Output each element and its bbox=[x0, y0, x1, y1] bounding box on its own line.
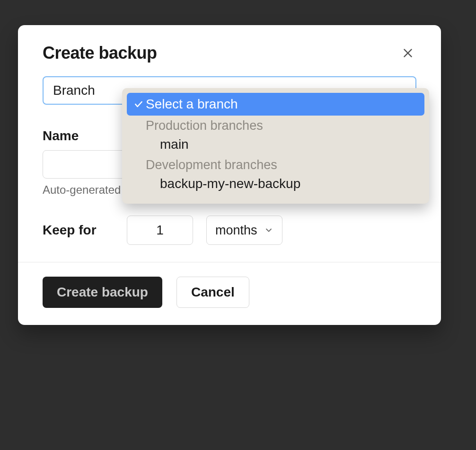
keep-for-row: Keep for months bbox=[43, 216, 416, 245]
keep-unit-select[interactable]: months bbox=[206, 216, 282, 245]
branch-option-backup[interactable]: backup-my-new-backup bbox=[127, 173, 424, 194]
modal-title: Create backup bbox=[43, 43, 157, 63]
branch-dropdown: Select a branch Production branches main… bbox=[122, 88, 429, 204]
modal-footer: Create backup Cancel bbox=[18, 262, 441, 325]
check-icon bbox=[132, 99, 146, 109]
keep-duration-input[interactable] bbox=[127, 216, 193, 245]
close-icon bbox=[402, 47, 414, 59]
branch-group-development: Development branches bbox=[127, 155, 424, 173]
close-button[interactable] bbox=[399, 45, 416, 62]
chevron-down-icon bbox=[264, 225, 273, 235]
branch-dropdown-placeholder[interactable]: Select a branch bbox=[127, 93, 424, 116]
branch-option-main[interactable]: main bbox=[127, 134, 424, 155]
branch-label: Branch bbox=[53, 83, 95, 98]
keep-for-label: Keep for bbox=[43, 223, 114, 238]
keep-unit-label: months bbox=[215, 223, 257, 238]
branch-dropdown-placeholder-label: Select a branch bbox=[146, 97, 238, 112]
branch-group-production: Production branches bbox=[127, 116, 424, 134]
create-backup-button[interactable]: Create backup bbox=[43, 277, 162, 308]
cancel-button[interactable]: Cancel bbox=[176, 277, 249, 308]
modal-header: Create backup bbox=[18, 25, 441, 76]
